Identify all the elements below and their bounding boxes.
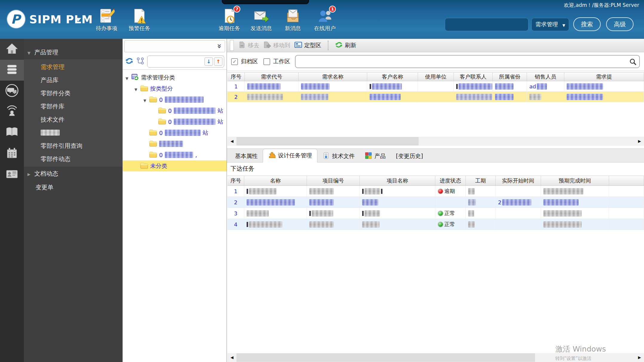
tree-node-redacted[interactable]: 0 站 — [123, 105, 227, 116]
toolbar-item-online-users[interactable]: 1 在线用户 — [307, 8, 342, 32]
column-header[interactable]: 需求代号 — [245, 73, 299, 81]
nav-item-part-classification[interactable]: 零部件分类 — [24, 87, 122, 100]
tree-node-redacted[interactable]: 0 — [123, 94, 227, 105]
tab-label: 设计任务管理 — [278, 152, 312, 159]
upper-horizontal-scrollbar[interactable] — [228, 137, 644, 146]
tree-expand-icon[interactable] — [125, 74, 129, 81]
tree-node-root[interactable]: 需求管理分类 — [123, 72, 227, 83]
tab-label: [变更历史] — [396, 152, 423, 160]
tab-change-history[interactable]: [变更历史] — [391, 150, 428, 162]
search-down-button[interactable]: ↓ — [205, 57, 213, 66]
refresh-icon[interactable] — [125, 57, 133, 66]
tree-node-label: 按类型分 — [150, 85, 173, 93]
tree-node-redacted[interactable]: 0 站 — [123, 127, 227, 138]
column-header[interactable]: 序号 — [228, 73, 245, 81]
scrollbar-thumb[interactable] — [236, 353, 535, 362]
column-header[interactable]: 实际开始时间 — [496, 176, 541, 185]
archive-label: 归档区 — [241, 58, 258, 65]
table-row[interactable]: 1 ad — [228, 81, 644, 92]
module-messages[interactable] — [0, 81, 24, 102]
table-search-input[interactable] — [295, 55, 640, 68]
search-scope-select[interactable]: 需求管理 — [531, 18, 569, 31]
brand-dropdown-icon[interactable] — [75, 18, 81, 22]
search-button[interactable]: 搜索 — [573, 17, 601, 31]
nav-item-part-activity[interactable]: 零部件动态 — [24, 152, 122, 165]
column-header[interactable]: 销售人员 — [527, 73, 564, 81]
tree-expand-icon[interactable] — [142, 96, 147, 103]
toolbar-item-label: 新消息 — [275, 25, 311, 32]
archive-checkbox[interactable] — [231, 58, 238, 65]
tree-node-redacted[interactable]: 0 站 — [123, 116, 227, 127]
scroll-left-icon[interactable] — [228, 137, 236, 146]
table-row[interactable]: 4 正常 — [228, 219, 644, 230]
column-header[interactable]: 项目名称 — [360, 176, 435, 185]
nav-item-technical-docs[interactable]: 技术文件 — [24, 113, 122, 126]
tab-product[interactable]: 产品 — [360, 150, 391, 162]
column-header[interactable]: 需求名称 — [299, 73, 367, 81]
search-scope-value: 需求管理 — [535, 21, 558, 28]
toolbar-item-overdue-tasks[interactable]: 7 逾期任务 — [212, 8, 247, 32]
scroll-right-icon[interactable] — [636, 137, 643, 146]
status-cell: 逾期 — [435, 186, 466, 197]
tree-collapse-header[interactable] — [124, 40, 225, 52]
refresh-button[interactable]: 刷新 — [335, 41, 356, 50]
column-header[interactable]: 使用单位 — [418, 73, 454, 81]
remove-label: 移去 — [248, 42, 259, 49]
nav-item-requirement-mgmt[interactable]: 需求管理 — [24, 60, 122, 73]
scroll-left-icon[interactable] — [228, 353, 236, 362]
search-up-button[interactable]: ↑ — [214, 57, 222, 66]
column-header[interactable]: 工期 — [466, 176, 496, 185]
tree-search-input[interactable]: ↓ ↑ — [147, 56, 224, 68]
column-header[interactable]: 进度状态 — [435, 176, 466, 185]
app-title: SIPM PLM — [29, 13, 93, 26]
nav-item-product-library[interactable]: 产品库 — [24, 73, 122, 87]
column-header[interactable]: 序号 — [228, 176, 244, 185]
column-header[interactable]: 名称 — [244, 176, 307, 185]
column-header[interactable]: 客户联系人 — [454, 73, 493, 81]
tab-design-task-mgmt[interactable]: 设计任务管理 — [263, 149, 317, 162]
toolbar-item-send-message[interactable]: 发送消息 — [244, 8, 279, 32]
move-to-button[interactable]: 移动到 — [263, 41, 290, 50]
tree-node-unclassified[interactable]: 未分类 — [123, 160, 227, 171]
nav-item-part-reference-query[interactable]: 零部件引用查询 — [24, 139, 122, 152]
table-row[interactable]: 2 2 — [228, 197, 644, 208]
nav-item-redacted[interactable] — [24, 126, 122, 139]
nav-group-document-activity[interactable]: 文档动态 — [24, 167, 122, 180]
tree-view-icon[interactable] — [136, 57, 144, 66]
toolbar-item-new-message[interactable]: 新消息 — [275, 8, 311, 32]
table-row[interactable]: 1 逾期 — [228, 186, 644, 197]
tree-node-redacted[interactable] — [123, 138, 227, 149]
column-header[interactable]: 预期完成时间 — [541, 176, 609, 185]
column-header[interactable]: 需求提 — [564, 73, 644, 81]
module-broadcast[interactable] — [0, 102, 24, 122]
scroll-right-icon[interactable] — [636, 353, 643, 362]
module-library[interactable] — [0, 122, 24, 143]
column-header[interactable]: 所属省份 — [493, 73, 527, 81]
finalize-area-label: 定型区 — [304, 42, 321, 49]
finalize-area-button[interactable]: 定型区 — [294, 41, 321, 50]
tree-node-by-type[interactable]: 按类型分 — [123, 83, 227, 94]
module-contacts[interactable] — [0, 164, 24, 185]
advanced-search-button[interactable]: 高级 — [606, 17, 634, 31]
nav-item-change-order[interactable]: 变更单 — [24, 180, 122, 194]
module-product-data[interactable] — [0, 60, 24, 81]
scrollbar-thumb[interactable] — [236, 137, 419, 145]
table-row[interactable]: 3 正常 — [228, 208, 644, 219]
toolbar-item-todo[interactable]: 待办事项 — [89, 8, 124, 32]
tab-technical-docs[interactable]: 技术文件 — [317, 150, 360, 162]
module-calendar[interactable] — [0, 143, 24, 164]
remove-button[interactable]: 移去 — [239, 41, 259, 50]
tree-expand-icon[interactable] — [133, 85, 138, 92]
module-home[interactable] — [0, 39, 24, 60]
nav-item-part-library[interactable]: 零部件库 — [24, 100, 122, 113]
classification-tree-panel: ↓ ↑ 需求管理分类 按类型分 0 — [122, 39, 227, 362]
tree-node-redacted[interactable]: 0 , — [123, 149, 227, 160]
nav-group-product-mgmt[interactable]: 产品管理 — [24, 45, 122, 59]
table-row-selected[interactable]: 2 — [228, 92, 644, 102]
global-search-input[interactable] — [445, 18, 528, 31]
toolbar-item-warning-tasks[interactable]: 预警任务 — [122, 8, 157, 32]
column-header[interactable]: 项目编号 — [307, 176, 360, 185]
workspace-checkbox[interactable] — [263, 58, 270, 65]
column-header[interactable]: 客户名称 — [367, 73, 418, 81]
tab-basic-properties[interactable]: 基本属性 — [230, 150, 263, 162]
